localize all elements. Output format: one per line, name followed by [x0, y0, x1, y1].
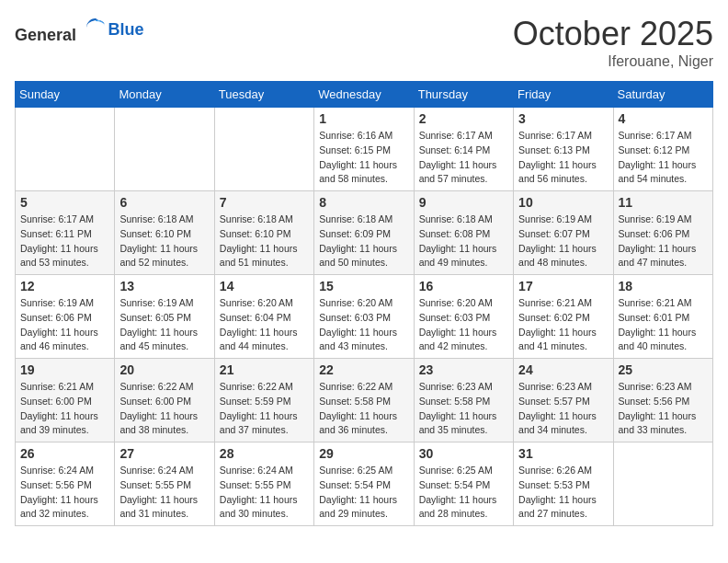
day-info: Sunrise: 6:21 AMSunset: 6:00 PMDaylight:… — [20, 380, 109, 438]
week-row-4: 19Sunrise: 6:21 AMSunset: 6:00 PMDayligh… — [16, 359, 713, 442]
day-info: Sunrise: 6:20 AMSunset: 6:03 PMDaylight:… — [419, 296, 508, 354]
calendar-cell: 24Sunrise: 6:23 AMSunset: 5:57 PMDayligh… — [514, 359, 613, 442]
calendar-cell: 20Sunrise: 6:22 AMSunset: 6:00 PMDayligh… — [115, 359, 214, 442]
location-title: Iferouane, Niger — [513, 53, 713, 70]
day-number: 17 — [518, 279, 608, 293]
day-number: 5 — [20, 195, 109, 210]
day-number: 16 — [419, 279, 508, 293]
calendar-cell: 17Sunrise: 6:21 AMSunset: 6:02 PMDayligh… — [514, 275, 613, 359]
calendar-cell: 25Sunrise: 6:23 AMSunset: 5:56 PMDayligh… — [613, 359, 712, 442]
day-number: 21 — [220, 362, 309, 377]
day-info: Sunrise: 6:20 AMSunset: 6:03 PMDaylight:… — [319, 296, 408, 354]
calendar-cell: 19Sunrise: 6:21 AMSunset: 6:00 PMDayligh… — [16, 359, 115, 442]
day-info: Sunrise: 6:17 AMSunset: 6:14 PMDaylight:… — [419, 129, 508, 187]
calendar-cell: 6Sunrise: 6:18 AMSunset: 6:10 PMDaylight… — [115, 191, 214, 275]
day-number: 27 — [119, 446, 209, 461]
logo-general: General — [15, 26, 76, 44]
calendar-table: SundayMondayTuesdayWednesdayThursdayFrid… — [15, 81, 713, 526]
day-number: 1 — [319, 111, 408, 126]
day-info: Sunrise: 6:21 AMSunset: 6:01 PMDaylight:… — [619, 296, 708, 354]
calendar-cell: 11Sunrise: 6:19 AMSunset: 6:06 PMDayligh… — [613, 191, 712, 275]
calendar-cell: 29Sunrise: 6:25 AMSunset: 5:54 PMDayligh… — [314, 442, 414, 526]
day-info: Sunrise: 6:19 AMSunset: 6:05 PMDaylight:… — [119, 296, 209, 354]
logo: General Blue — [15, 15, 144, 45]
calendar-cell: 22Sunrise: 6:22 AMSunset: 5:58 PMDayligh… — [314, 359, 414, 442]
day-info: Sunrise: 6:17 AMSunset: 6:11 PMDaylight:… — [20, 213, 109, 270]
day-number: 6 — [119, 195, 209, 210]
day-info: Sunrise: 6:18 AMSunset: 6:10 PMDaylight:… — [119, 213, 209, 270]
day-info: Sunrise: 6:23 AMSunset: 5:57 PMDaylight:… — [518, 380, 608, 438]
day-header-tuesday: Tuesday — [214, 82, 313, 108]
day-number: 13 — [119, 279, 209, 293]
day-info: Sunrise: 6:25 AMSunset: 5:54 PMDaylight:… — [419, 464, 508, 522]
day-header-sunday: Sunday — [16, 82, 115, 108]
calendar-cell: 3Sunrise: 6:17 AMSunset: 6:13 PMDaylight… — [514, 108, 613, 191]
calendar-cell: 7Sunrise: 6:18 AMSunset: 6:10 PMDaylight… — [214, 191, 313, 275]
day-number: 25 — [619, 362, 708, 377]
day-info: Sunrise: 6:20 AMSunset: 6:04 PMDaylight:… — [220, 296, 309, 354]
day-number: 2 — [419, 111, 508, 126]
day-info: Sunrise: 6:21 AMSunset: 6:02 PMDaylight:… — [518, 296, 608, 354]
calendar-cell: 9Sunrise: 6:18 AMSunset: 6:08 PMDaylight… — [414, 191, 513, 275]
title-block: October 2025 Iferouane, Niger — [513, 15, 713, 70]
week-row-2: 5Sunrise: 6:17 AMSunset: 6:11 PMDaylight… — [16, 191, 713, 275]
calendar-cell: 26Sunrise: 6:24 AMSunset: 5:56 PMDayligh… — [16, 442, 115, 526]
day-header-saturday: Saturday — [613, 82, 712, 108]
calendar-cell: 16Sunrise: 6:20 AMSunset: 6:03 PMDayligh… — [414, 275, 513, 359]
day-info: Sunrise: 6:17 AMSunset: 6:13 PMDaylight:… — [518, 129, 608, 187]
day-number: 4 — [619, 111, 708, 126]
day-number: 3 — [518, 111, 608, 126]
calendar-cell: 4Sunrise: 6:17 AMSunset: 6:12 PMDaylight… — [613, 108, 712, 191]
calendar-cell — [16, 108, 115, 191]
day-info: Sunrise: 6:23 AMSunset: 5:56 PMDaylight:… — [619, 380, 708, 438]
day-number: 9 — [419, 195, 508, 210]
logo-blue: Blue — [108, 20, 144, 39]
week-row-3: 12Sunrise: 6:19 AMSunset: 6:06 PMDayligh… — [16, 275, 713, 359]
day-number: 31 — [518, 446, 608, 461]
day-info: Sunrise: 6:16 AMSunset: 6:15 PMDaylight:… — [319, 129, 408, 187]
calendar-cell: 27Sunrise: 6:24 AMSunset: 5:55 PMDayligh… — [115, 442, 214, 526]
day-number: 26 — [20, 446, 109, 461]
week-row-1: 1Sunrise: 6:16 AMSunset: 6:15 PMDaylight… — [16, 108, 713, 191]
calendar-cell: 12Sunrise: 6:19 AMSunset: 6:06 PMDayligh… — [16, 275, 115, 359]
calendar-cell: 30Sunrise: 6:25 AMSunset: 5:54 PMDayligh… — [414, 442, 513, 526]
day-info: Sunrise: 6:26 AMSunset: 5:53 PMDaylight:… — [518, 464, 608, 522]
day-number: 11 — [619, 195, 708, 210]
day-info: Sunrise: 6:25 AMSunset: 5:54 PMDaylight:… — [319, 464, 408, 522]
calendar-cell: 2Sunrise: 6:17 AMSunset: 6:14 PMDaylight… — [414, 108, 513, 191]
day-info: Sunrise: 6:22 AMSunset: 6:00 PMDaylight:… — [119, 380, 209, 438]
day-number: 12 — [20, 279, 109, 293]
calendar-cell: 5Sunrise: 6:17 AMSunset: 6:11 PMDaylight… — [16, 191, 115, 275]
logo-icon — [83, 15, 108, 40]
calendar-cell: 21Sunrise: 6:22 AMSunset: 5:59 PMDayligh… — [214, 359, 313, 442]
day-number: 24 — [518, 362, 608, 377]
calendar-cell: 8Sunrise: 6:18 AMSunset: 6:09 PMDaylight… — [314, 191, 414, 275]
calendar-cell: 31Sunrise: 6:26 AMSunset: 5:53 PMDayligh… — [514, 442, 613, 526]
day-header-wednesday: Wednesday — [314, 82, 414, 108]
day-number: 19 — [20, 362, 109, 377]
day-info: Sunrise: 6:18 AMSunset: 6:09 PMDaylight:… — [319, 213, 408, 270]
calendar-cell: 10Sunrise: 6:19 AMSunset: 6:07 PMDayligh… — [514, 191, 613, 275]
calendar-cell: 15Sunrise: 6:20 AMSunset: 6:03 PMDayligh… — [314, 275, 414, 359]
day-number: 14 — [220, 279, 309, 293]
day-header-monday: Monday — [115, 82, 214, 108]
day-info: Sunrise: 6:18 AMSunset: 6:08 PMDaylight:… — [419, 213, 508, 270]
day-number: 29 — [319, 446, 408, 461]
day-info: Sunrise: 6:22 AMSunset: 5:59 PMDaylight:… — [220, 380, 309, 438]
day-info: Sunrise: 6:19 AMSunset: 6:06 PMDaylight:… — [20, 296, 109, 354]
day-number: 28 — [220, 446, 309, 461]
day-number: 7 — [220, 195, 309, 210]
day-number: 15 — [319, 279, 408, 293]
day-info: Sunrise: 6:19 AMSunset: 6:07 PMDaylight:… — [518, 213, 608, 270]
day-info: Sunrise: 6:24 AMSunset: 5:56 PMDaylight:… — [20, 464, 109, 522]
calendar-cell: 28Sunrise: 6:24 AMSunset: 5:55 PMDayligh… — [214, 442, 313, 526]
day-number: 22 — [319, 362, 408, 377]
day-number: 20 — [119, 362, 209, 377]
day-info: Sunrise: 6:18 AMSunset: 6:10 PMDaylight:… — [220, 213, 309, 270]
calendar-cell: 1Sunrise: 6:16 AMSunset: 6:15 PMDaylight… — [314, 108, 414, 191]
calendar-header: SundayMondayTuesdayWednesdayThursdayFrid… — [16, 82, 713, 108]
month-title: October 2025 — [513, 15, 713, 53]
calendar-cell — [214, 108, 313, 191]
calendar-cell: 18Sunrise: 6:21 AMSunset: 6:01 PMDayligh… — [613, 275, 712, 359]
day-header-row: SundayMondayTuesdayWednesdayThursdayFrid… — [16, 82, 713, 108]
